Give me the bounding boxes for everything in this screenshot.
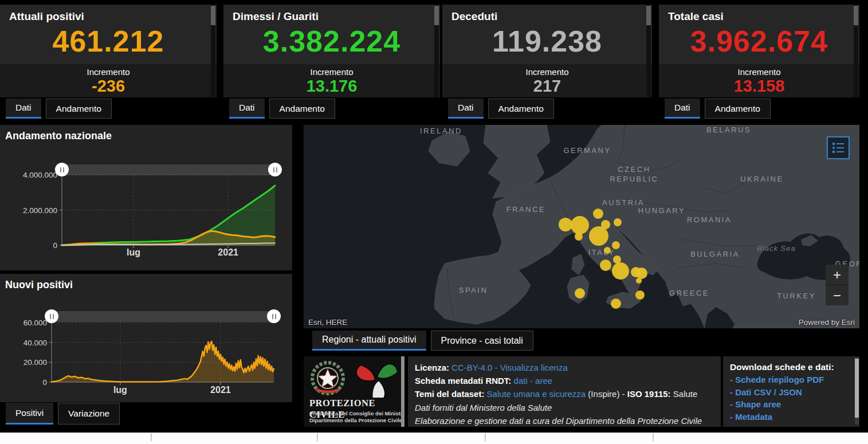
- map-bubble[interactable]: [612, 262, 629, 280]
- map-bubble[interactable]: [600, 260, 611, 271]
- increment-label: Incremento: [659, 64, 859, 77]
- time-slider-handle-right[interactable]: [268, 163, 282, 176]
- card-scrollbar-thumb[interactable]: [211, 6, 215, 25]
- card-top: Attuali positivi 461.212: [0, 5, 217, 64]
- legend-button[interactable]: [827, 136, 850, 159]
- tab-andamento[interactable]: Andamento: [269, 99, 335, 119]
- time-slider-handle-left[interactable]: [55, 163, 69, 176]
- x-tick-label: 2021: [210, 385, 231, 395]
- card-title: Dimessi / Guariti: [233, 10, 319, 23]
- map-label-bulgaria: BULGARIA: [690, 250, 740, 258]
- download-scrollbar[interactable]: [855, 357, 859, 425]
- card2-tabs: Dati Andamento: [229, 99, 335, 119]
- tab-variazione[interactable]: Variazione: [58, 403, 120, 425]
- card3-tabs: Dati Andamento: [448, 99, 554, 119]
- map-bubble[interactable]: [612, 241, 620, 249]
- map-label-spain: SPAIN: [459, 286, 488, 294]
- map-bubble[interactable]: [559, 218, 572, 231]
- card-scrollbar-thumb[interactable]: [854, 6, 858, 25]
- tab-dati[interactable]: Dati: [6, 99, 41, 119]
- map-attribution-left: Esri, HERE: [308, 318, 347, 327]
- license-link[interactable]: Visualizza licenza: [500, 363, 568, 372]
- legend-list-icon: [831, 141, 845, 155]
- protezione-civile-icon: [354, 362, 398, 398]
- x-tick-label: lug: [113, 385, 127, 395]
- time-slider-handle-right[interactable]: [267, 309, 281, 323]
- y-tick-label: 2.000.000: [23, 206, 57, 215]
- panel-nuovi-positivi: Nuovi positivi 020.00040.00060.000lug202…: [0, 274, 292, 402]
- license-panel: Licenza: CC-BY-4.0 - Visualizza licenzaS…: [408, 356, 721, 427]
- map-bubble[interactable]: [571, 216, 589, 234]
- map-label-greece: GREECE: [669, 289, 709, 297]
- map-bubble[interactable]: [635, 290, 645, 300]
- license-link[interactable]: dati: [514, 376, 528, 386]
- map-bubble[interactable]: [604, 247, 611, 254]
- map-bubble[interactable]: [614, 218, 622, 226]
- download-link[interactable]: - Schede riepilogo PDF: [730, 374, 853, 386]
- tab-andamento[interactable]: Andamento: [46, 99, 112, 119]
- license-link[interactable]: -: [528, 376, 535, 386]
- tab-province[interactable]: Province - casi totali: [431, 331, 533, 351]
- map-label-romania: ROMANIA: [687, 215, 732, 224]
- republic-emblem-icon: [312, 363, 343, 394]
- logo-scrollbar[interactable]: [401, 356, 404, 427]
- license-rows: Licenza: CC-BY-4.0 - Visualizza licenzaS…: [415, 361, 714, 427]
- download-link[interactable]: - Dati CSV / JSON: [730, 386, 853, 399]
- license-link[interactable]: Salute umana e sicurezza: [487, 389, 586, 399]
- map-zoom-controls: + −: [826, 265, 849, 305]
- license-line: Dati forniti dal Ministero della Salute: [415, 401, 714, 414]
- panel-andamento-nazionale: Andamento nazionale 02.000.0004.000.000l…: [0, 125, 292, 270]
- tab-andamento[interactable]: Andamento: [705, 99, 771, 119]
- download-link[interactable]: - Shape aree: [730, 398, 853, 411]
- europe-map[interactable]: IRELANDGERMANYCZECHREPUBLICBELARUSUKRAIN…: [304, 125, 859, 328]
- card-top: Totale casi 3.962.674: [659, 5, 859, 64]
- card-scrollbar[interactable]: [434, 5, 439, 97]
- map-bubble[interactable]: [589, 226, 608, 246]
- map-bubble[interactable]: [613, 256, 621, 264]
- map-bubble[interactable]: [593, 209, 603, 219]
- license-link[interactable]: -: [492, 363, 500, 372]
- map-bubble[interactable]: [575, 233, 583, 241]
- card-scrollbar[interactable]: [854, 5, 858, 97]
- andamento-chart: 02.000.0004.000.000lug2021: [0, 125, 292, 270]
- nuovi-positivi-tabs: Positivi Variazione: [6, 403, 120, 425]
- time-slider-track[interactable]: [62, 164, 275, 175]
- tab-dati[interactable]: Dati: [229, 99, 265, 119]
- license-line: Licenza: CC-BY-4.0 - Visualizza licenza: [415, 361, 714, 374]
- map-label-czech: CZECH: [618, 165, 650, 174]
- card-scrollbar-thumb[interactable]: [646, 6, 651, 25]
- zoom-out-button[interactable]: −: [826, 285, 849, 305]
- license-text: ISO 19115:: [627, 389, 673, 399]
- map-label-republic: REPUBLIC: [610, 175, 658, 183]
- map-label-france: FRANCE: [506, 205, 545, 214]
- download-link[interactable]: - Metadata: [730, 411, 853, 423]
- map-bubble[interactable]: [636, 268, 647, 279]
- card-scrollbar-thumb[interactable]: [434, 6, 439, 25]
- bottom-strip: [0, 433, 868, 444]
- license-link[interactable]: CC-BY-4.0: [451, 363, 492, 372]
- time-slider-track[interactable]: [52, 311, 274, 322]
- map-bubble[interactable]: [636, 278, 642, 284]
- card-scrollbar[interactable]: [211, 5, 215, 97]
- dashboard: Attuali positivi 461.212 Incremento -236…: [0, 0, 868, 444]
- tab-regioni[interactable]: Regioni - attuali positivi: [312, 331, 426, 351]
- license-link[interactable]: aree: [535, 376, 552, 386]
- map-label-italy: ITALY: [588, 248, 615, 257]
- card-scrollbar[interactable]: [646, 5, 651, 97]
- strip-tick: [653, 433, 654, 441]
- card-increment-section: Incremento 13.176: [223, 64, 440, 97]
- map-bubble[interactable]: [611, 298, 621, 309]
- download-scrollbar-thumb[interactable]: [855, 359, 859, 418]
- zoom-in-button[interactable]: +: [826, 265, 849, 285]
- time-slider-handle-left[interactable]: [45, 309, 58, 323]
- tab-andamento[interactable]: Andamento: [488, 99, 554, 119]
- tab-dati[interactable]: Dati: [665, 99, 700, 119]
- license-text: Temi del dataset:: [415, 389, 487, 399]
- strip-tick: [317, 433, 318, 441]
- x-tick-label: 2021: [218, 247, 238, 257]
- license-text: Salute: [673, 389, 698, 399]
- tab-dati[interactable]: Dati: [448, 99, 484, 119]
- map-bubble[interactable]: [575, 288, 585, 298]
- tab-positivi[interactable]: Positivi: [6, 403, 53, 425]
- map-panel[interactable]: IRELANDGERMANYCZECHREPUBLICBELARUSUKRAIN…: [304, 125, 859, 328]
